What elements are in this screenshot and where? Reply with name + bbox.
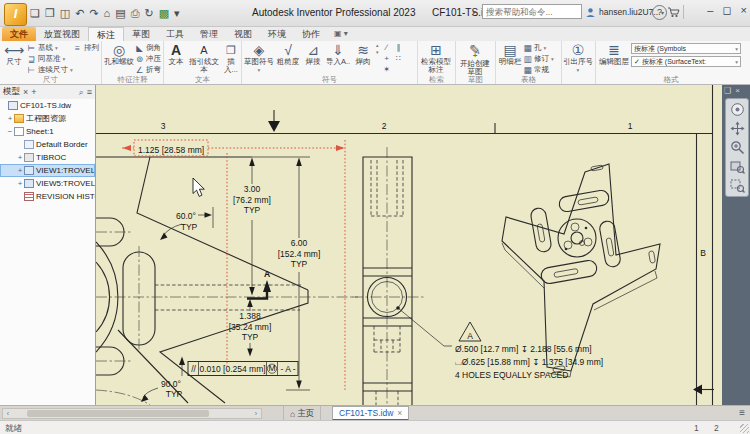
sheet-indicator-2[interactable]: 2 [714, 423, 719, 433]
tree-item-drawing-resources[interactable]: + 工程图资源 [0, 112, 95, 125]
qat-more-icon[interactable]: ▾ [174, 4, 180, 22]
group-label-symbols[interactable]: 符号 [242, 75, 417, 84]
help-button[interactable]: ? [652, 5, 667, 20]
insert-object-button[interactable]: ❐ 插入... [221, 42, 241, 74]
symbol-style-dropdown[interactable]: 按标准 (Symbols▾ [631, 43, 741, 54]
tab-list-menu-icon[interactable]: ≡ [739, 407, 745, 418]
retrieve-model-annotations-button[interactable]: ⊞ 检索模型标注 [419, 42, 453, 74]
cart-icon[interactable] [667, 7, 680, 18]
tab-annotate[interactable]: 标注 [88, 27, 124, 41]
start-sketch-button[interactable]: ✎ + 开始创建草图 [457, 42, 493, 76]
view-side-middle[interactable] [352, 147, 424, 405]
redo-icon[interactable]: ↷ [89, 4, 98, 22]
scroll-left-icon[interactable]: ‹ [3, 409, 13, 418]
bend-note-button[interactable]: ∠折弯 [135, 64, 161, 75]
general-table-button[interactable]: ▦常规 [523, 64, 559, 75]
leader-text-button[interactable]: A 指引线文本 [187, 42, 221, 74]
ordinate-dimension-button[interactable]: ⊒同基准▾ [27, 53, 73, 64]
centered-pattern-icon[interactable]: ∷ [393, 53, 405, 64]
arrange-button[interactable]: ≡排列 [73, 42, 99, 53]
chamfer-note-button[interactable]: ◣倒角 [135, 42, 161, 53]
welding-symbol-button[interactable]: ⊿ 焊接 [301, 42, 325, 66]
search-input[interactable] [482, 4, 582, 19]
inventor-logo-icon[interactable]: I [4, 3, 27, 26]
open-icon[interactable]: ❒ [45, 4, 55, 22]
close-button[interactable]: × [741, 4, 747, 17]
scroll-right-icon[interactable]: › [251, 409, 261, 418]
undo-icon[interactable]: ↶ [75, 4, 84, 22]
browser-close-icon[interactable]: × [23, 87, 28, 97]
group-label-sketch[interactable]: 草图 [456, 75, 495, 84]
group-label-table[interactable]: 表格 [496, 75, 561, 84]
update-icon[interactable]: ↻ [144, 4, 153, 22]
chain-dimension-button[interactable]: ⊢连续尺寸▾ [27, 64, 73, 75]
navigation-wheel-icon[interactable] [730, 102, 745, 117]
home-icon[interactable]: ⌂ [104, 4, 111, 22]
panel-dock-icon[interactable]: ❑ [724, 86, 731, 95]
group-label-dimension[interactable]: 尺寸 [0, 75, 101, 84]
user-account[interactable]: hansen.liu2U7.. ▾ [585, 5, 684, 19]
caterpillar-button[interactable]: ≋ 焊肉 [351, 42, 375, 66]
pan-icon[interactable] [730, 121, 745, 136]
edit-layers-button[interactable]: ≣ 编辑图层 [597, 42, 631, 66]
dimension-1.388[interactable]: 1.388 [35.24 mm] TYP [229, 299, 272, 357]
home-tab[interactable]: ⌂ 主页 [283, 406, 321, 421]
parts-list-button[interactable]: ▤ 明细栏 [497, 42, 523, 66]
center-axis-icon[interactable]: ✶ [381, 64, 393, 75]
revision-table-button[interactable]: ▥修订▾ [523, 53, 559, 64]
browser-search-icon[interactable]: ⌕ [79, 87, 84, 98]
centerline-icon[interactable]: ∕ [381, 42, 393, 53]
new-file-icon[interactable]: ❏ [30, 4, 40, 22]
balloon-button[interactable]: ① 引出序号▾ [563, 42, 593, 74]
tab-environments[interactable]: 环境 [260, 27, 294, 41]
tab-tools[interactable]: 工具 [158, 27, 192, 41]
tab-place-views[interactable]: 放置视图 [36, 27, 88, 41]
panel-close-icon[interactable]: × [735, 86, 740, 95]
scrollbar-thumb[interactable] [27, 410, 209, 417]
dimension-6.00[interactable]: 6.00 [152.4 mm] TYP [278, 158, 321, 391]
zoom-window-icon[interactable] [730, 178, 745, 193]
browser-add-icon[interactable]: + [31, 87, 36, 97]
import-autocad-block-button[interactable]: ⇓ 导入A.. [325, 42, 351, 66]
surface-texture-button[interactable]: √ 粗糙度 [275, 42, 301, 66]
tab-file[interactable]: 文件 [2, 27, 36, 41]
hole-thread-notes-button[interactable]: ◎ 孔和螺纹 [103, 42, 135, 66]
dimension-1.125-selected[interactable]: 1.125 [28.58 mm] [122, 140, 345, 390]
hole-table-button[interactable]: ▦孔▾ [523, 42, 559, 53]
text-button[interactable]: A 文本 [165, 42, 187, 66]
search-expander-icon[interactable]: ▸ [473, 8, 477, 16]
zoom-icon[interactable] [730, 140, 745, 155]
symbols-spinner[interactable]: ▴ ▾ [376, 42, 379, 56]
group-label-feature-notes[interactable]: 特征注释 [102, 75, 163, 84]
drawing-canvas[interactable]: 3 2 1 B [96, 85, 722, 405]
tab-view[interactable]: 视图 [226, 27, 260, 41]
look-at-icon[interactable] [730, 159, 745, 174]
horizontal-scrollbar[interactable]: ‹ › [2, 408, 262, 419]
active-document-tab[interactable]: CF101-TS.idw × [332, 406, 409, 421]
baseline-dimension-button[interactable]: ⊨基线▾ [27, 42, 73, 53]
surface-text-style-dropdown[interactable]: ✓ 按标准 (SurfaceText:▾ [631, 56, 741, 67]
ribbon-display-toggle-icon[interactable]: ▣ ▾ [334, 27, 348, 41]
group-label-retrieve[interactable]: 检索 [418, 75, 455, 84]
group-label-format[interactable]: 格式 [596, 75, 746, 84]
tab-collaborate[interactable]: 协作 [294, 27, 328, 41]
material-icon[interactable]: ▩ [159, 4, 169, 22]
tab-close-icon[interactable]: × [397, 408, 402, 418]
tab-manage[interactable]: 管理 [192, 27, 226, 41]
tree-item-revision-history[interactable]: REVISION HISTORY ( [0, 190, 95, 203]
tree-item-sheet1[interactable]: − Sheet:1 [0, 125, 95, 138]
save-icon[interactable]: ◫ [60, 4, 70, 22]
center-mark-icon[interactable]: + [381, 53, 393, 64]
print-icon[interactable]: ⎙ [131, 4, 140, 22]
sheet-indicator-1[interactable]: 1 [694, 423, 699, 433]
tab-sketch[interactable]: 草图 [124, 27, 158, 41]
punch-note-button[interactable]: ⊚冲压 [135, 53, 161, 64]
tree-item-view5[interactable]: + VIEW5:TROVEL SPIDE [0, 177, 95, 190]
sketch-symbol-button[interactable]: ◈ 草图符号▾ [243, 42, 275, 74]
tree-item-view1[interactable]: + VIEW1:TROVEL SPIDE [0, 164, 95, 177]
tree-item-document[interactable]: CF101-TS.idw [0, 99, 95, 112]
sheet-icon[interactable]: ▤ [115, 4, 125, 22]
browser-menu-icon[interactable]: ≡ [87, 87, 92, 97]
minimize-button[interactable]: – [707, 4, 713, 17]
resize-grip[interactable] [740, 424, 749, 433]
